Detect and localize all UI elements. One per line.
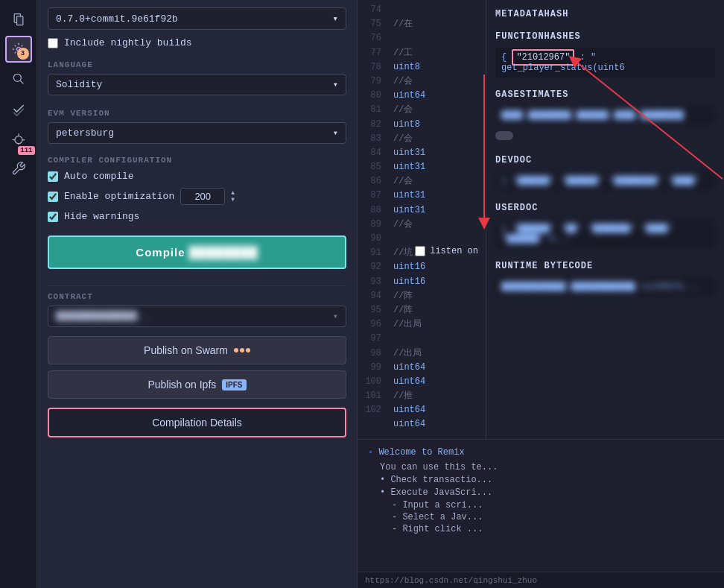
devdoc-content: { "██████" "██████" "████████" "████" xyxy=(495,171,715,191)
listen-on-label: listen on xyxy=(430,246,478,256)
gasestimates-content: ████ ████████ ██████ ████ ████████ xyxy=(495,106,715,125)
auto-compile-row: Auto compile xyxy=(48,171,346,182)
svg-rect-1 xyxy=(16,16,22,25)
metadatahash-title: METADATAHASH xyxy=(495,9,715,19)
evm-chevron: ▾ xyxy=(333,127,338,139)
swarm-icon xyxy=(234,348,250,353)
activity-bar: 3 111 xyxy=(0,0,37,588)
publish-swarm-button[interactable]: Publish on Swarm xyxy=(48,336,346,364)
language-value: Solidity xyxy=(56,79,102,90)
compile-button[interactable]: Compile ████████ xyxy=(48,235,346,269)
main-area: 7475767778 7980818283 8485868788 8990919… xyxy=(358,0,724,588)
compiler-config-label: COMPILER CONFIGURATION xyxy=(48,156,346,165)
search-icon[interactable] xyxy=(5,66,32,92)
nightly-builds-label: Include nightly builds xyxy=(64,37,192,48)
listen-on-checkbox[interactable] xyxy=(415,246,425,256)
contract-value: ██████████████ … xyxy=(56,311,149,322)
welcome-check-line: • Check transactio... xyxy=(368,475,714,485)
version-selector[interactable]: 0.7.0+commit.9e61f92b ▾ xyxy=(48,7,346,30)
hide-warnings-row: Hide warnings xyxy=(48,211,346,222)
functionhashes-section: FUNCTIONHASHES { "21012967" : " get_play… xyxy=(495,31,715,78)
code-content[interactable]: //在 //工 uint8 //会 uint64 //会 uint8 //会 u… xyxy=(387,0,486,439)
contract-label: CONTRACT xyxy=(48,292,346,301)
compile-button-label: Compile ████████ xyxy=(136,246,258,259)
status-bar: https://blog.csdn.net/qingshui_zhuo xyxy=(358,572,724,588)
language-chevron: ▾ xyxy=(333,79,338,90)
optimization-input[interactable] xyxy=(180,188,225,205)
compilation-details-button[interactable]: Compilation Details xyxy=(48,408,346,437)
gasestimates-title: GASESTIMATES xyxy=(495,89,715,100)
debug-icon[interactable]: 111 xyxy=(5,125,32,152)
divider-1 xyxy=(48,285,346,286)
userdoc-title: USERDOC xyxy=(495,203,715,213)
devdoc-section: DEVDOC { "██████" "██████" "████████" "█… xyxy=(495,155,715,191)
contract-selector[interactable]: ██████████████ … ▾ xyxy=(48,306,346,327)
publish-ipfs-label: Publish on Ipfs xyxy=(147,379,216,391)
sidebar: 0.7.0+commit.9e61f92b ▾ Include nightly … xyxy=(37,0,358,588)
hide-warnings-label: Hide warnings xyxy=(64,211,139,222)
welcome-rightclick-line: - Right click ... xyxy=(368,524,714,534)
evm-version-value: petersburg xyxy=(56,127,114,139)
gasestimates-section: GASESTIMATES ████ ████████ ██████ ████ █… xyxy=(495,89,715,143)
runtime-bytecode-content: ████████████ ████████████ linkRefe... xyxy=(495,277,715,297)
welcome-execute-line: • Execute JavaScri... xyxy=(368,487,714,498)
language-label: LANGUAGE xyxy=(48,60,346,69)
status-url: https://blog.csdn.net/qingshui_zhuo xyxy=(365,576,537,585)
auto-compile-checkbox[interactable] xyxy=(48,171,58,182)
optimization-stepper[interactable]: ▲ ▼ xyxy=(231,190,235,203)
auto-compile-label: Auto compile xyxy=(64,171,134,182)
welcome-input-line: - Input a scri... xyxy=(368,500,714,510)
right-panel: METADATAHASH FUNCTIONHASHES { "21012967"… xyxy=(486,0,724,439)
compilation-details-label: Compilation Details xyxy=(152,417,242,429)
compiler-badge: 3 xyxy=(17,48,29,60)
compiler-icon[interactable]: 3 xyxy=(5,36,32,63)
welcome-select-line: - Select a Jav... xyxy=(368,512,714,522)
version-chevron: ▾ xyxy=(332,13,338,25)
functionhashes-value: get_player_status(uint6 xyxy=(501,63,625,73)
hide-warnings-checkbox[interactable] xyxy=(48,212,58,222)
version-text: 0.7.0+commit.9e61f92b xyxy=(56,13,178,25)
svg-point-3 xyxy=(13,74,21,81)
files-icon[interactable] xyxy=(5,6,32,33)
evm-version-selector[interactable]: petersburg ▾ xyxy=(48,122,346,144)
runtime-bytecode-title: RUNTIME BYTECODE xyxy=(495,261,715,271)
functionhashes-colon: : " xyxy=(580,52,597,63)
publish-ipfs-button[interactable]: Publish on Ipfs IPFS xyxy=(48,370,346,399)
optimization-row: Enable optimization ▲ ▼ xyxy=(48,188,346,205)
nightly-builds-row: Include nightly builds xyxy=(48,37,346,48)
gasestimates-toggle[interactable] xyxy=(495,131,513,140)
welcome-text: - Welcome to Remix xyxy=(368,447,714,458)
line-numbers: 7475767778 7980818283 8485868788 8990919… xyxy=(358,0,387,439)
ipfs-badge: IPFS xyxy=(222,379,246,391)
functionhashes-content: { "21012967" : " get_player_status(uint6 xyxy=(495,48,715,78)
functionhashes-title: FUNCTIONHASHES xyxy=(495,31,715,42)
userdoc-content: { "██████" "██" "███████" "████" "██████… xyxy=(495,219,715,249)
optimization-checkbox[interactable] xyxy=(48,192,58,202)
welcome-use-line: You can use this te... xyxy=(368,462,714,472)
checkmark-icon[interactable] xyxy=(5,95,32,122)
debug-badge: 111 xyxy=(18,146,34,155)
publish-swarm-label: Publish on Swarm xyxy=(144,344,228,356)
runtime-bytecode-section: RUNTIME BYTECODE ████████████ ██████████… xyxy=(495,261,715,297)
editor-area: 7475767778 7980818283 8485868788 8990919… xyxy=(358,0,486,439)
devdoc-title: DEVDOC xyxy=(495,155,715,165)
language-selector[interactable]: Solidity ▾ xyxy=(48,74,346,95)
listen-on-row: listen on xyxy=(415,246,478,256)
optimization-label: Enable optimization xyxy=(64,191,174,202)
userdoc-section: USERDOC { "██████" "██" "███████" "████"… xyxy=(495,203,715,249)
nightly-builds-checkbox[interactable] xyxy=(48,38,58,48)
contract-chevron: ▾ xyxy=(333,311,338,322)
plugin-icon[interactable] xyxy=(5,155,32,182)
metadatahash-section: METADATAHASH xyxy=(495,9,715,19)
bottom-area: - Welcome to Remix You can use this te..… xyxy=(358,439,724,588)
functionhashes-brace: { xyxy=(501,52,512,63)
evm-version-label: EVM VERSION xyxy=(48,109,346,118)
